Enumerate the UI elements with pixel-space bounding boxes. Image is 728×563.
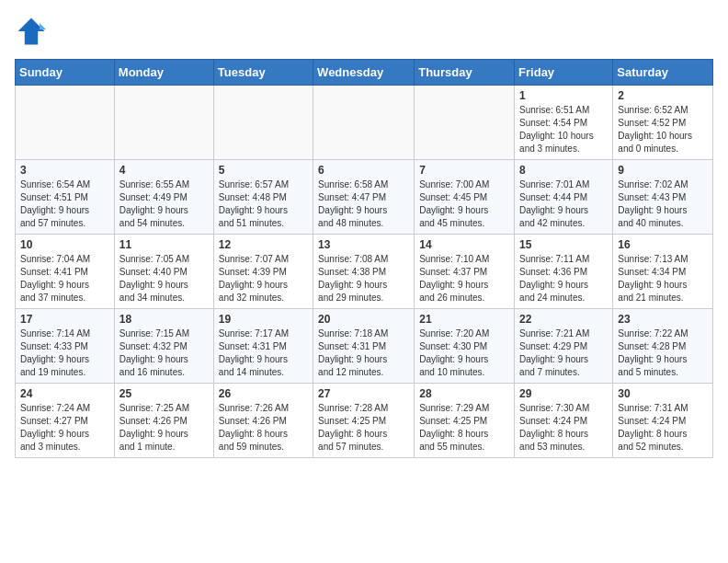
calendar-week-row: 10Sunrise: 7:04 AM Sunset: 4:41 PM Dayli… [16, 235, 713, 309]
day-number: 16 [618, 238, 708, 251]
day-info: Sunrise: 7:08 AM Sunset: 4:38 PM Dayligh… [318, 253, 409, 304]
day-number: 21 [419, 313, 509, 326]
day-info: Sunrise: 7:05 AM Sunset: 4:40 PM Dayligh… [119, 253, 209, 304]
day-info: Sunrise: 7:21 AM Sunset: 4:29 PM Dayligh… [519, 327, 608, 379]
calendar-cell: 4Sunrise: 6:55 AM Sunset: 4:49 PM Daylig… [114, 160, 213, 235]
calendar-cell: 16Sunrise: 7:13 AM Sunset: 4:34 PM Dayli… [613, 235, 713, 309]
weekday-header: Thursday [415, 60, 515, 86]
calendar-header-row: SundayMondayTuesdayWednesdayThursdayFrid… [16, 60, 713, 86]
day-info: Sunrise: 6:58 AM Sunset: 4:47 PM Dayligh… [318, 178, 409, 230]
calendar-cell [415, 86, 515, 160]
weekday-header: Friday [515, 60, 613, 86]
day-info: Sunrise: 7:04 AM Sunset: 4:41 PM Dayligh… [20, 253, 109, 304]
day-info: Sunrise: 7:01 AM Sunset: 4:44 PM Dayligh… [519, 178, 608, 230]
day-number: 25 [119, 387, 209, 400]
day-number: 15 [519, 238, 608, 251]
day-number: 7 [419, 164, 509, 177]
day-number: 26 [219, 387, 308, 400]
day-info: Sunrise: 7:15 AM Sunset: 4:32 PM Dayligh… [119, 327, 209, 379]
day-number: 29 [519, 387, 608, 400]
day-number: 9 [618, 164, 708, 177]
logo [15, 15, 51, 48]
day-info: Sunrise: 7:20 AM Sunset: 4:30 PM Dayligh… [419, 327, 509, 379]
day-info: Sunrise: 6:57 AM Sunset: 4:48 PM Dayligh… [219, 178, 308, 230]
calendar-cell: 10Sunrise: 7:04 AM Sunset: 4:41 PM Dayli… [16, 235, 115, 309]
calendar-cell: 12Sunrise: 7:07 AM Sunset: 4:39 PM Dayli… [213, 235, 313, 309]
day-info: Sunrise: 7:24 AM Sunset: 4:27 PM Dayligh… [20, 402, 109, 454]
calendar-cell: 3Sunrise: 6:54 AM Sunset: 4:51 PM Daylig… [16, 160, 115, 235]
calendar-cell: 28Sunrise: 7:29 AM Sunset: 4:25 PM Dayli… [415, 384, 515, 458]
day-info: Sunrise: 7:10 AM Sunset: 4:37 PM Dayligh… [419, 253, 509, 304]
weekday-header: Wednesday [313, 60, 415, 86]
calendar-cell: 18Sunrise: 7:15 AM Sunset: 4:32 PM Dayli… [114, 309, 213, 384]
calendar-cell: 1Sunrise: 6:51 AM Sunset: 4:54 PM Daylig… [515, 86, 613, 160]
day-info: Sunrise: 6:52 AM Sunset: 4:52 PM Dayligh… [618, 104, 708, 155]
day-number: 1 [519, 89, 608, 102]
svg-marker-0 [18, 18, 45, 45]
calendar-cell: 24Sunrise: 7:24 AM Sunset: 4:27 PM Dayli… [16, 384, 115, 458]
day-info: Sunrise: 7:18 AM Sunset: 4:31 PM Dayligh… [318, 327, 409, 379]
weekday-header: Tuesday [213, 60, 313, 86]
day-number: 20 [318, 313, 409, 326]
day-number: 28 [419, 387, 509, 400]
calendar-cell: 23Sunrise: 7:22 AM Sunset: 4:28 PM Dayli… [613, 309, 713, 384]
calendar-cell: 7Sunrise: 7:00 AM Sunset: 4:45 PM Daylig… [415, 160, 515, 235]
day-info: Sunrise: 6:54 AM Sunset: 4:51 PM Dayligh… [20, 178, 109, 230]
calendar-cell [213, 86, 313, 160]
day-number: 23 [618, 313, 708, 326]
day-number: 13 [318, 238, 409, 251]
calendar-cell [16, 86, 115, 160]
weekday-header: Monday [114, 60, 213, 86]
calendar-cell: 6Sunrise: 6:58 AM Sunset: 4:47 PM Daylig… [313, 160, 415, 235]
day-info: Sunrise: 6:55 AM Sunset: 4:49 PM Dayligh… [119, 178, 209, 230]
day-number: 10 [20, 238, 109, 251]
day-number: 2 [618, 89, 708, 102]
calendar-week-row: 24Sunrise: 7:24 AM Sunset: 4:27 PM Dayli… [16, 384, 713, 458]
day-number: 8 [519, 164, 608, 177]
day-info: Sunrise: 7:02 AM Sunset: 4:43 PM Dayligh… [618, 178, 708, 230]
day-number: 18 [119, 313, 209, 326]
day-info: Sunrise: 7:00 AM Sunset: 4:45 PM Dayligh… [419, 178, 509, 230]
calendar-cell: 27Sunrise: 7:28 AM Sunset: 4:25 PM Dayli… [313, 384, 415, 458]
day-info: Sunrise: 7:25 AM Sunset: 4:26 PM Dayligh… [119, 402, 209, 454]
day-info: Sunrise: 7:14 AM Sunset: 4:33 PM Dayligh… [20, 327, 109, 379]
day-number: 6 [318, 164, 409, 177]
calendar-cell: 25Sunrise: 7:25 AM Sunset: 4:26 PM Dayli… [114, 384, 213, 458]
calendar-cell: 2Sunrise: 6:52 AM Sunset: 4:52 PM Daylig… [613, 86, 713, 160]
day-number: 14 [419, 238, 509, 251]
calendar-cell: 21Sunrise: 7:20 AM Sunset: 4:30 PM Dayli… [415, 309, 515, 384]
day-info: Sunrise: 7:17 AM Sunset: 4:31 PM Dayligh… [219, 327, 308, 379]
logo-icon [15, 15, 48, 48]
day-number: 11 [119, 238, 209, 251]
day-number: 30 [618, 387, 708, 400]
day-number: 17 [20, 313, 109, 326]
day-info: Sunrise: 7:07 AM Sunset: 4:39 PM Dayligh… [219, 253, 308, 304]
calendar-cell: 15Sunrise: 7:11 AM Sunset: 4:36 PM Dayli… [515, 235, 613, 309]
calendar-cell: 22Sunrise: 7:21 AM Sunset: 4:29 PM Dayli… [515, 309, 613, 384]
day-number: 12 [219, 238, 308, 251]
calendar-week-row: 17Sunrise: 7:14 AM Sunset: 4:33 PM Dayli… [16, 309, 713, 384]
calendar-cell: 13Sunrise: 7:08 AM Sunset: 4:38 PM Dayli… [313, 235, 415, 309]
weekday-header: Sunday [16, 60, 115, 86]
day-info: Sunrise: 7:30 AM Sunset: 4:24 PM Dayligh… [519, 402, 608, 454]
day-info: Sunrise: 7:31 AM Sunset: 4:24 PM Dayligh… [618, 402, 708, 454]
calendar-cell: 11Sunrise: 7:05 AM Sunset: 4:40 PM Dayli… [114, 235, 213, 309]
day-number: 3 [20, 164, 109, 177]
calendar-cell: 20Sunrise: 7:18 AM Sunset: 4:31 PM Dayli… [313, 309, 415, 384]
day-info: Sunrise: 7:28 AM Sunset: 4:25 PM Dayligh… [318, 402, 409, 454]
calendar-table: SundayMondayTuesdayWednesdayThursdayFrid… [15, 59, 713, 458]
calendar-cell: 9Sunrise: 7:02 AM Sunset: 4:43 PM Daylig… [613, 160, 713, 235]
day-number: 22 [519, 313, 608, 326]
calendar-cell: 5Sunrise: 6:57 AM Sunset: 4:48 PM Daylig… [213, 160, 313, 235]
calendar-cell: 30Sunrise: 7:31 AM Sunset: 4:24 PM Dayli… [613, 384, 713, 458]
day-info: Sunrise: 7:11 AM Sunset: 4:36 PM Dayligh… [519, 253, 608, 304]
calendar-week-row: 3Sunrise: 6:54 AM Sunset: 4:51 PM Daylig… [16, 160, 713, 235]
day-number: 5 [219, 164, 308, 177]
calendar-cell [313, 86, 415, 160]
calendar-week-row: 1Sunrise: 6:51 AM Sunset: 4:54 PM Daylig… [16, 86, 713, 160]
day-number: 19 [219, 313, 308, 326]
day-info: Sunrise: 7:22 AM Sunset: 4:28 PM Dayligh… [618, 327, 708, 379]
day-number: 24 [20, 387, 109, 400]
day-info: Sunrise: 7:26 AM Sunset: 4:26 PM Dayligh… [219, 402, 308, 454]
day-info: Sunrise: 7:13 AM Sunset: 4:34 PM Dayligh… [618, 253, 708, 304]
